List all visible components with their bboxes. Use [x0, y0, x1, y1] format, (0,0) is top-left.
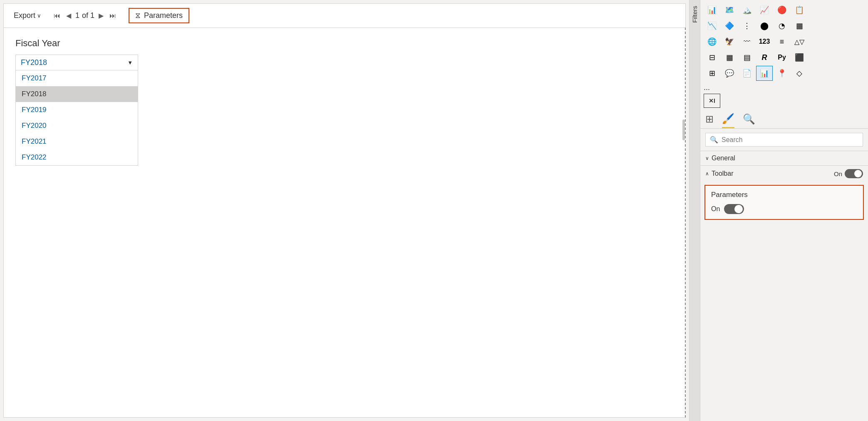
- icon-azure-map[interactable]: ⬛: [791, 50, 808, 65]
- parameters-section: Parameters On: [704, 185, 864, 220]
- icon-qa[interactable]: 💬: [721, 66, 738, 81]
- toolbar-toggle-thumb: [854, 170, 862, 177]
- right-side-panel: Filters 📊 🗺️ 🏔️ 📈 🔴 📋 📉 🔷: [689, 0, 868, 421]
- icon-paginated[interactable]: 📄: [739, 66, 755, 81]
- filters-tab-label[interactable]: Filters: [690, 4, 699, 25]
- list-item[interactable]: FY2018: [16, 86, 138, 102]
- icon-slicer[interactable]: ≡: [774, 34, 790, 49]
- icon-map[interactable]: 🗺️: [721, 2, 738, 17]
- icon-waterfall[interactable]: 📉: [704, 18, 720, 33]
- icon-filter2[interactable]: ⊟: [704, 50, 720, 65]
- visualization-grid: 📊 🗺️ 🏔️ 📈 🔴 📋 📉 🔷 ⋮ ⬤ ◔ ▦: [700, 0, 868, 110]
- report-toolbar: Export ∨ ⏮ ◀ 1 of 1 ▶ ⏭ ⧖ Parameters: [3, 3, 686, 27]
- icon-treemap[interactable]: ▦: [791, 18, 808, 33]
- icon-row-3: 🌐 🦅 〰 123 ≡ △▽: [704, 34, 865, 49]
- icon-donut[interactable]: ◔: [774, 18, 790, 33]
- of-label: of 1: [82, 11, 94, 20]
- xi-badge[interactable]: ✕I: [704, 94, 720, 108]
- icon-kpi[interactable]: 🦅: [721, 34, 738, 49]
- tab-format[interactable]: 🖌️: [722, 113, 734, 128]
- parameters-button-label: Parameters: [144, 11, 183, 20]
- icon-table2[interactable]: ▤: [739, 50, 755, 65]
- icon-scatter[interactable]: 🔴: [774, 2, 790, 17]
- icon-row-1: 📊 🗺️ 🏔️ 📈 🔴 📋: [704, 2, 865, 17]
- general-section-header[interactable]: ∨ General: [700, 151, 868, 165]
- tab-analytics[interactable]: 🔍: [743, 113, 755, 128]
- search-input[interactable]: [722, 136, 858, 144]
- viz-properties-panel: 📊 🗺️ 🏔️ 📈 🔴 📋 📉 🔷 ⋮ ⬤ ◔ ▦: [700, 0, 868, 421]
- icon-area-chart[interactable]: 🏔️: [739, 2, 755, 17]
- icon-matrix[interactable]: ⋮: [739, 18, 755, 33]
- first-page-button[interactable]: ⏮: [52, 11, 62, 20]
- search-icon: 🔍: [710, 136, 718, 144]
- icon-gauge[interactable]: 〰: [739, 34, 755, 49]
- fiscal-year-dropdown-container: FY2018 ▼ FY2017 FY2018 FY2019 FY2020 FY2…: [15, 55, 138, 70]
- icon-decomp[interactable]: △▽: [791, 34, 808, 49]
- parameters-filter-icon: ⧖: [135, 11, 141, 20]
- icon-r-visual[interactable]: R: [756, 50, 773, 65]
- icon-line-chart[interactable]: 📈: [756, 2, 773, 17]
- icon-card[interactable]: 123: [756, 34, 773, 49]
- icon-table[interactable]: 📋: [791, 2, 808, 17]
- icon-pie[interactable]: ⬤: [756, 18, 773, 33]
- general-label: General: [712, 154, 735, 162]
- fiscal-year-label: Fiscal Year: [15, 38, 673, 49]
- tab-fields[interactable]: ⊞: [705, 113, 714, 128]
- toolbar-section-chevron-icon: ∧: [705, 171, 709, 177]
- icon-bar-chart[interactable]: 📊: [704, 2, 720, 17]
- list-item[interactable]: FY2021: [16, 134, 138, 149]
- fiscal-year-dropdown-selected[interactable]: FY2018 ▼: [15, 55, 138, 70]
- parameters-toggle-switch[interactable]: [724, 204, 744, 214]
- last-page-button[interactable]: ⏭: [108, 11, 118, 20]
- export-button[interactable]: Export ∨: [10, 10, 45, 22]
- dropdown-arrow-icon: ▼: [127, 60, 133, 66]
- prev-page-button[interactable]: ◀: [64, 11, 73, 20]
- selected-value: FY2018: [21, 58, 47, 67]
- icon-funnel[interactable]: 🔷: [721, 18, 738, 33]
- scroll-indicator[interactable]: [682, 120, 685, 140]
- list-item[interactable]: FY2022: [16, 149, 138, 165]
- export-chevron: ∨: [37, 12, 41, 19]
- icon-smart-narrative[interactable]: ⊞: [704, 66, 720, 81]
- next-page-button[interactable]: ▶: [97, 11, 105, 20]
- fiscal-year-dropdown-list: FY2017 FY2018 FY2019 FY2020 FY2021 FY202…: [15, 70, 138, 166]
- general-chevron-icon: ∨: [705, 155, 709, 161]
- icon-row-2: 📉 🔷 ⋮ ⬤ ◔ ▦: [704, 18, 865, 33]
- parameters-toggle-row: On: [711, 204, 857, 214]
- export-label: Export: [14, 11, 35, 20]
- more-dots[interactable]: ...: [704, 82, 865, 94]
- parameters-toolbar-button[interactable]: ⧖ Parameters: [129, 8, 189, 23]
- parameters-section-title: Parameters: [711, 191, 857, 199]
- toolbar-section-label: Toolbar: [712, 170, 733, 177]
- list-item[interactable]: FY2019: [16, 102, 138, 118]
- toolbar-toggle-group: On: [834, 169, 863, 178]
- icon-metrics[interactable]: 📊: [756, 66, 773, 81]
- page-navigation: ⏮ ◀ 1 of 1 ▶ ⏭: [52, 11, 118, 20]
- icon-row-5: ⊞ 💬 📄 📊 📍 ◇: [704, 66, 865, 81]
- report-canvas: Fiscal Year FY2018 ▼ FY2017 FY2018 FY201…: [3, 27, 686, 418]
- toolbar-toggle-on-label: On: [834, 170, 842, 177]
- report-area: Export ∨ ⏮ ◀ 1 of 1 ▶ ⏭ ⧖ Parameters Fis…: [0, 0, 689, 421]
- icon-shape[interactable]: ◇: [791, 66, 808, 81]
- parameters-on-label: On: [711, 205, 720, 213]
- search-box[interactable]: 🔍: [705, 133, 863, 147]
- panel-tabs: ⊞ 🖌️ 🔍: [700, 110, 868, 129]
- icon-matrix2[interactable]: ▦: [721, 50, 738, 65]
- filters-sidebar: Filters: [689, 0, 700, 421]
- icon-row-4: ⊟ ▦ ▤ R Py ⬛: [704, 50, 865, 65]
- icon-globe[interactable]: 🌐: [704, 34, 720, 49]
- list-item[interactable]: FY2020: [16, 118, 138, 134]
- toolbar-section-header[interactable]: ∧ Toolbar On: [700, 165, 868, 182]
- icon-python-visual[interactable]: Py: [774, 50, 790, 65]
- toolbar-toggle-switch[interactable]: [845, 169, 863, 178]
- icon-arcgis[interactable]: 📍: [774, 66, 790, 81]
- list-item[interactable]: FY2017: [16, 70, 138, 86]
- current-page: 1: [75, 11, 79, 20]
